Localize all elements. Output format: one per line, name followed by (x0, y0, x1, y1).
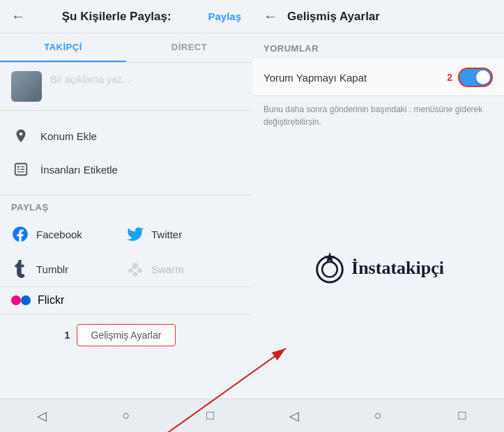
flickr-row[interactable]: Flickr (0, 287, 252, 314)
swarm-share-item[interactable]: Swarm (126, 252, 241, 286)
konum-label: Konum Ekle (40, 130, 97, 142)
flickr-icon (11, 294, 31, 307)
left-title: Şu Kişilerle Paylaş: (62, 10, 171, 24)
facebook-share-item[interactable]: Facebook (11, 217, 126, 252)
right-square-nav[interactable]: □ (448, 402, 476, 430)
svg-point-4 (132, 263, 139, 269)
right-bottom-nav: ◁ ○ □ (252, 399, 504, 432)
facebook-icon (11, 225, 29, 243)
right-title: Gelişmiş Ayarlar (287, 10, 380, 24)
advanced-settings-button[interactable]: 1 Gelişmiş Ayarlar (77, 324, 176, 346)
toggle-row: Yorum Yapmayı Kapat 2 (252, 59, 504, 96)
etiketle-item[interactable]: İnsanları Etiketle (11, 153, 241, 186)
twitter-label: Twitter (151, 229, 182, 240)
yorumlar-section-title: YORUMLAR (252, 33, 504, 59)
left-home-nav[interactable]: ○ (112, 402, 140, 430)
swarm-label: Swarm (151, 263, 184, 275)
left-back-nav[interactable]: ◁ (28, 402, 56, 430)
badge-1: 1 (65, 330, 70, 341)
avatar (11, 71, 42, 102)
tab-direct[interactable]: DİRECT (126, 33, 252, 62)
toggle-label: Yorum Yapmayı Kapat (264, 72, 367, 84)
right-panel: ← Gelişmiş Ayarlar YORUMLAR Yorum Yapmay… (252, 0, 504, 432)
twitter-share-item[interactable]: Twitter (126, 217, 241, 252)
tag-icon (11, 160, 31, 179)
flickr-label: Flickr (38, 294, 64, 307)
advanced-btn-row: 1 Gelişmiş Ayarlar (0, 314, 252, 356)
comment-area: Bir açıklama yaz... (0, 63, 252, 111)
svg-point-12 (317, 256, 343, 282)
left-square-nav[interactable]: □ (197, 402, 224, 430)
svg-point-5 (128, 268, 133, 273)
left-share-button[interactable]: Paylaş (208, 10, 241, 22)
svg-point-8 (11, 295, 21, 305)
twitter-icon (126, 225, 144, 243)
svg-point-13 (322, 262, 337, 277)
toggle-right: 2 (447, 68, 493, 87)
logo-area: İnstatakipçi (252, 139, 504, 432)
svg-point-9 (21, 295, 31, 305)
svg-point-1 (20, 132, 23, 136)
location-tag-section: Konum Ekle İnsanları Etiketle (0, 111, 252, 195)
svg-point-6 (137, 268, 142, 273)
badge-2: 2 (447, 72, 452, 83)
toggle-knob (476, 70, 490, 84)
left-back-button[interactable]: ← (11, 8, 25, 24)
right-back-nav[interactable]: ◁ (280, 402, 308, 430)
tumblr-icon (11, 260, 29, 278)
left-header: ← Şu Kişilerle Paylaş: Paylaş (0, 0, 252, 33)
tumblr-label: Tumblr (36, 263, 68, 275)
left-panel: ← Şu Kişilerle Paylaş: Paylaş TAKİPÇİ Dİ… (0, 0, 252, 432)
right-home-nav[interactable]: ○ (364, 402, 392, 430)
tabs-container: TAKİPÇİ DİRECT (0, 33, 252, 63)
toggle-hint: Bunu daha sonra gönderinin başındaki : m… (252, 96, 504, 139)
konum-item[interactable]: Konum Ekle (11, 119, 241, 153)
svg-point-3 (17, 166, 20, 168)
comment-input[interactable]: Bir açıklama yaz... (50, 71, 241, 85)
swarm-icon (126, 260, 144, 278)
instatakipci-logo-icon (312, 251, 347, 286)
share-grid: Facebook Twitter Tumblr (0, 217, 252, 287)
logo-text: İnstatakipçi (312, 251, 444, 286)
paylas-section-title: PAYLAŞ (0, 195, 252, 217)
right-back-button[interactable]: ← (264, 8, 277, 24)
svg-point-7 (133, 272, 138, 277)
yorum-toggle[interactable] (458, 68, 493, 87)
etiketle-label: İnsanları Etiketle (40, 164, 118, 176)
right-header: ← Gelişmiş Ayarlar (252, 0, 504, 33)
tab-takipci[interactable]: TAKİPÇİ (0, 33, 126, 62)
facebook-label: Facebook (36, 229, 82, 240)
left-bottom-nav: ◁ ○ □ (0, 399, 252, 432)
tumblr-share-item[interactable]: Tumblr (11, 252, 126, 286)
location-icon (11, 126, 31, 146)
